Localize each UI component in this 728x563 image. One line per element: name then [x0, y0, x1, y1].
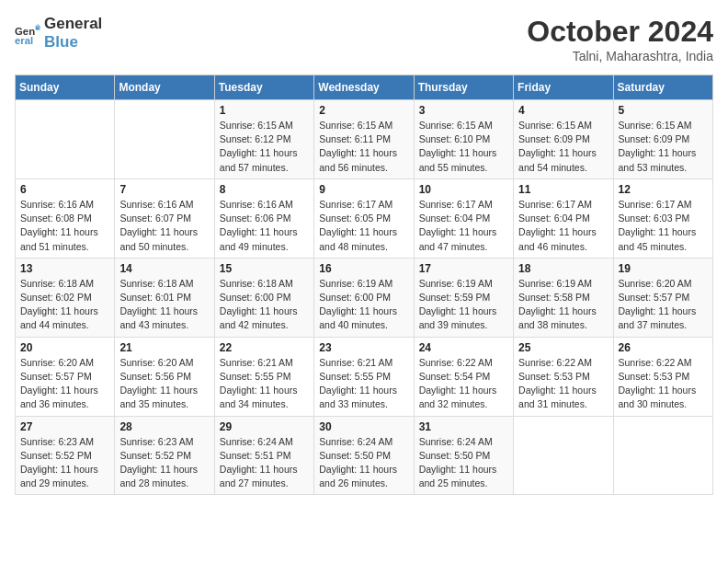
day-number: 16: [319, 262, 408, 275]
day-number: 3: [419, 104, 508, 117]
day-number: 25: [518, 341, 608, 354]
weekday-header-wednesday: Wednesday: [314, 75, 414, 100]
day-info: Sunrise: 6:23 AM Sunset: 5:52 PM Dayligh…: [20, 435, 109, 491]
day-number: 28: [119, 420, 209, 433]
day-number: 26: [619, 341, 708, 354]
day-info: Sunrise: 6:18 AM Sunset: 6:00 PM Dayligh…: [220, 277, 309, 333]
location: Talni, Maharashtra, India: [527, 49, 713, 63]
calendar-cell: 28Sunrise: 6:23 AM Sunset: 5:52 PM Dayli…: [115, 416, 214, 495]
day-info: Sunrise: 6:22 AM Sunset: 5:54 PM Dayligh…: [419, 356, 508, 412]
calendar-cell: 1Sunrise: 6:15 AM Sunset: 6:12 PM Daylig…: [214, 100, 313, 179]
day-info: Sunrise: 6:19 AM Sunset: 5:59 PM Dayligh…: [419, 277, 508, 333]
calendar-cell: [16, 100, 115, 179]
day-number: 4: [518, 104, 608, 117]
day-number: 2: [319, 104, 408, 117]
day-info: Sunrise: 6:16 AM Sunset: 6:08 PM Dayligh…: [20, 198, 109, 254]
calendar-cell: 15Sunrise: 6:18 AM Sunset: 6:00 PM Dayli…: [214, 258, 313, 337]
day-number: 29: [220, 420, 309, 433]
calendar-cell: [115, 100, 214, 179]
weekday-header-tuesday: Tuesday: [214, 75, 313, 100]
calendar-week-3: 13Sunrise: 6:18 AM Sunset: 6:02 PM Dayli…: [16, 258, 713, 337]
calendar-cell: 16Sunrise: 6:19 AM Sunset: 6:00 PM Dayli…: [314, 258, 414, 337]
calendar-week-5: 27Sunrise: 6:23 AM Sunset: 5:52 PM Dayli…: [16, 416, 713, 495]
calendar-cell: 4Sunrise: 6:15 AM Sunset: 6:09 PM Daylig…: [514, 100, 613, 179]
calendar-cell: 23Sunrise: 6:21 AM Sunset: 5:55 PM Dayli…: [314, 337, 414, 416]
day-info: Sunrise: 6:17 AM Sunset: 6:03 PM Dayligh…: [619, 198, 708, 254]
day-number: 20: [20, 341, 109, 354]
calendar-cell: 14Sunrise: 6:18 AM Sunset: 6:01 PM Dayli…: [115, 258, 214, 337]
weekday-header-monday: Monday: [115, 75, 214, 100]
calendar-cell: 13Sunrise: 6:18 AM Sunset: 6:02 PM Dayli…: [16, 258, 115, 337]
calendar-cell: 22Sunrise: 6:21 AM Sunset: 5:55 PM Dayli…: [214, 337, 313, 416]
calendar-cell: [613, 416, 712, 495]
calendar-cell: 27Sunrise: 6:23 AM Sunset: 5:52 PM Dayli…: [16, 416, 115, 495]
day-info: Sunrise: 6:17 AM Sunset: 6:04 PM Dayligh…: [419, 198, 508, 254]
day-info: Sunrise: 6:22 AM Sunset: 5:53 PM Dayligh…: [619, 356, 708, 412]
svg-marker-3: [38, 24, 41, 29]
svg-text:eral: eral: [15, 36, 33, 47]
weekday-header-saturday: Saturday: [613, 75, 712, 100]
calendar-cell: 5Sunrise: 6:15 AM Sunset: 6:09 PM Daylig…: [613, 100, 712, 179]
calendar-cell: 10Sunrise: 6:17 AM Sunset: 6:04 PM Dayli…: [414, 178, 513, 258]
day-number: 14: [119, 262, 209, 275]
logo-text-blue: Blue: [44, 33, 102, 52]
calendar-cell: 8Sunrise: 6:16 AM Sunset: 6:06 PM Daylig…: [214, 178, 313, 258]
day-number: 9: [319, 183, 408, 196]
calendar-table: SundayMondayTuesdayWednesdayThursdayFrid…: [15, 75, 713, 495]
weekday-header-row: SundayMondayTuesdayWednesdayThursdayFrid…: [16, 75, 713, 100]
day-number: 31: [419, 420, 508, 433]
calendar-cell: 26Sunrise: 6:22 AM Sunset: 5:53 PM Dayli…: [613, 337, 712, 416]
day-number: 5: [619, 104, 708, 117]
day-info: Sunrise: 6:24 AM Sunset: 5:50 PM Dayligh…: [319, 435, 408, 491]
calendar-cell: 19Sunrise: 6:20 AM Sunset: 5:57 PM Dayli…: [613, 258, 712, 337]
day-number: 6: [20, 183, 109, 196]
day-info: Sunrise: 6:15 AM Sunset: 6:12 PM Dayligh…: [220, 119, 309, 175]
calendar-week-1: 1Sunrise: 6:15 AM Sunset: 6:12 PM Daylig…: [16, 100, 713, 179]
day-info: Sunrise: 6:15 AM Sunset: 6:09 PM Dayligh…: [619, 119, 708, 175]
day-info: Sunrise: 6:22 AM Sunset: 5:53 PM Dayligh…: [518, 356, 608, 412]
day-info: Sunrise: 6:15 AM Sunset: 6:11 PM Dayligh…: [319, 119, 408, 175]
title-block: October 2024 Talni, Maharashtra, India: [527, 15, 713, 63]
day-info: Sunrise: 6:18 AM Sunset: 6:01 PM Dayligh…: [119, 277, 209, 333]
day-info: Sunrise: 6:20 AM Sunset: 5:57 PM Dayligh…: [619, 277, 708, 333]
calendar-cell: [514, 416, 613, 495]
calendar-cell: 6Sunrise: 6:16 AM Sunset: 6:08 PM Daylig…: [16, 178, 115, 258]
calendar-cell: 29Sunrise: 6:24 AM Sunset: 5:51 PM Dayli…: [214, 416, 313, 495]
calendar-cell: 12Sunrise: 6:17 AM Sunset: 6:03 PM Dayli…: [613, 178, 712, 258]
day-info: Sunrise: 6:17 AM Sunset: 6:04 PM Dayligh…: [518, 198, 608, 254]
calendar-cell: 3Sunrise: 6:15 AM Sunset: 6:10 PM Daylig…: [414, 100, 513, 179]
day-info: Sunrise: 6:23 AM Sunset: 5:52 PM Dayligh…: [119, 435, 209, 491]
logo: Gen eral General Blue: [15, 15, 102, 52]
day-info: Sunrise: 6:15 AM Sunset: 6:09 PM Dayligh…: [518, 119, 608, 175]
calendar-week-4: 20Sunrise: 6:20 AM Sunset: 5:57 PM Dayli…: [16, 337, 713, 416]
day-number: 27: [20, 420, 109, 433]
day-number: 7: [119, 183, 209, 196]
day-number: 30: [319, 420, 408, 433]
day-info: Sunrise: 6:19 AM Sunset: 5:58 PM Dayligh…: [518, 277, 608, 333]
day-info: Sunrise: 6:16 AM Sunset: 6:07 PM Dayligh…: [119, 198, 209, 254]
day-info: Sunrise: 6:24 AM Sunset: 5:50 PM Dayligh…: [419, 435, 508, 491]
calendar-cell: 17Sunrise: 6:19 AM Sunset: 5:59 PM Dayli…: [414, 258, 513, 337]
day-info: Sunrise: 6:17 AM Sunset: 6:05 PM Dayligh…: [319, 198, 408, 254]
day-info: Sunrise: 6:21 AM Sunset: 5:55 PM Dayligh…: [220, 356, 309, 412]
day-number: 17: [419, 262, 508, 275]
day-number: 11: [518, 183, 608, 196]
calendar-cell: 31Sunrise: 6:24 AM Sunset: 5:50 PM Dayli…: [414, 416, 513, 495]
day-info: Sunrise: 6:19 AM Sunset: 6:00 PM Dayligh…: [319, 277, 408, 333]
calendar-cell: 21Sunrise: 6:20 AM Sunset: 5:56 PM Dayli…: [115, 337, 214, 416]
month-title: October 2024: [527, 15, 713, 49]
day-number: 19: [619, 262, 708, 275]
day-number: 10: [419, 183, 508, 196]
day-number: 23: [319, 341, 408, 354]
calendar-cell: 11Sunrise: 6:17 AM Sunset: 6:04 PM Dayli…: [514, 178, 613, 258]
day-number: 1: [220, 104, 309, 117]
weekday-header-friday: Friday: [514, 75, 613, 100]
day-info: Sunrise: 6:16 AM Sunset: 6:06 PM Dayligh…: [220, 198, 309, 254]
calendar-cell: 2Sunrise: 6:15 AM Sunset: 6:11 PM Daylig…: [314, 100, 414, 179]
day-number: 13: [20, 262, 109, 275]
day-info: Sunrise: 6:15 AM Sunset: 6:10 PM Dayligh…: [419, 119, 508, 175]
calendar-cell: 25Sunrise: 6:22 AM Sunset: 5:53 PM Dayli…: [514, 337, 613, 416]
day-info: Sunrise: 6:18 AM Sunset: 6:02 PM Dayligh…: [20, 277, 109, 333]
calendar-cell: 7Sunrise: 6:16 AM Sunset: 6:07 PM Daylig…: [115, 178, 214, 258]
weekday-header-thursday: Thursday: [414, 75, 513, 100]
